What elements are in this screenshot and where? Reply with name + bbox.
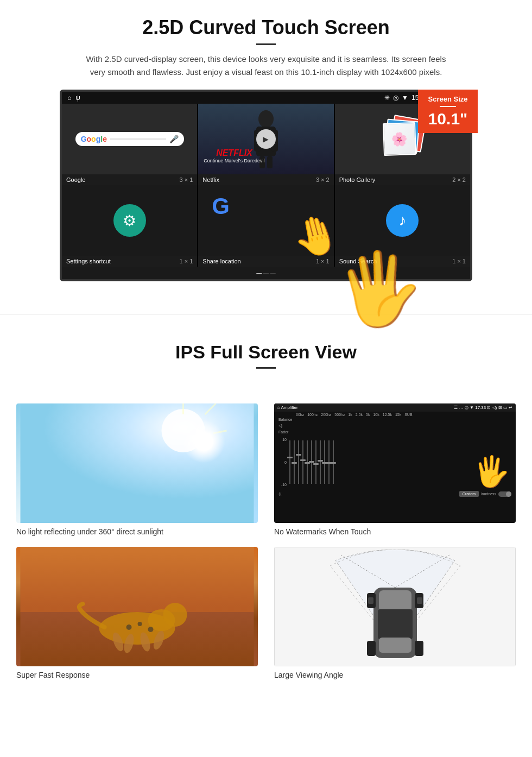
search-bar-line xyxy=(110,138,166,140)
netflix-app-name: Netflix xyxy=(202,176,219,183)
sound-grid-size: 1 × 1 xyxy=(452,258,466,264)
slider-3[interactable] xyxy=(298,440,299,484)
screen-size-badge: Screen Size 10.1" xyxy=(418,90,478,133)
home-icon[interactable]: ⌂ xyxy=(67,94,71,102)
netflix-overlay: NETFLIX Continue Marvel's Daredevil xyxy=(204,148,264,163)
slider-5[interactable] xyxy=(307,440,308,484)
photo-label-row: Photo Gallery 2 × 2 xyxy=(335,174,470,185)
share-grid-size: 1 × 1 xyxy=(316,258,330,264)
hand-pointing-icon: 🤚 xyxy=(287,209,334,256)
feature-sunlight: No light reflecting under 360° direct su… xyxy=(16,403,258,536)
amp-sliders-area: 100-10 xyxy=(274,435,516,489)
badge-label: Screen Size xyxy=(422,95,473,103)
amp-bottom-controls: ⟨⟨ Custom loudness xyxy=(274,489,516,499)
dot-inactive: — xyxy=(263,270,269,276)
curved-title: 2.5D Curved Touch Screen xyxy=(33,16,499,39)
amp-home-icon: ⌂ Amplifier xyxy=(277,405,298,410)
google-grid-size: 3 × 1 xyxy=(180,176,193,183)
device-wrapper: Screen Size 10.1" ⌂ ψ ✳ ◎ ▼ 15:06 ⊡ ◁) ⊠ xyxy=(60,90,472,281)
sound-search-cell[interactable]: ♪ Sound Search 1 × 1 xyxy=(335,185,470,267)
slider-11[interactable] xyxy=(333,440,334,484)
status-bar: ⌂ ψ ✳ ◎ ▼ 15:06 ⊡ ◁) ⊠ ▭ xyxy=(62,92,470,104)
amp-time: ☰ … ◎ ▼ 17:33 ⊡ ◁) ⊠ ▭ ↩ xyxy=(454,405,512,410)
share-label-row: Share location 1 × 1 xyxy=(198,256,333,267)
app-grid-bottom: ⚙ Settings shortcut 1 × 1 G 🤚 xyxy=(62,185,470,267)
google-app-name: Google xyxy=(66,176,85,183)
netflix-app-cell[interactable]: ▶ NETFLIX Continue Marvel's Daredevil Ne… xyxy=(198,104,333,185)
curved-touch-section: 2.5D Curved Touch Screen With 2.5D curve… xyxy=(0,0,532,292)
svg-rect-31 xyxy=(368,597,373,604)
dot-active: — xyxy=(256,270,262,276)
slider-10[interactable] xyxy=(328,440,330,484)
sunlight-visual xyxy=(16,403,258,523)
loudness-label: loudness xyxy=(481,492,496,496)
loudness-toggle[interactable] xyxy=(498,491,511,497)
photo-grid-size: 2 × 2 xyxy=(452,176,466,183)
cheetah-visual xyxy=(16,547,258,666)
settings-app-cell[interactable]: ⚙ Settings shortcut 1 × 1 xyxy=(62,185,197,267)
amplifier-screen: ⌂ Amplifier ☰ … ◎ ▼ 17:33 ⊡ ◁) ⊠ ▭ ↩ 60h… xyxy=(274,403,516,523)
freq-labels: 60hz100hz200hz500hz1k2.5k5k10k12.5k15kSU… xyxy=(274,412,516,417)
google-app-content: Google 🎤 xyxy=(62,104,197,174)
status-left: ⌂ ψ xyxy=(67,94,80,102)
app-grid-top: Google 🎤 Google 3 × 1 xyxy=(62,104,470,185)
settings-grid-size: 1 × 1 xyxy=(180,258,193,264)
sunlight-caption: No light reflecting under 360° direct su… xyxy=(16,527,258,536)
cheetah-svg xyxy=(16,547,258,666)
google-logo: Google xyxy=(81,135,107,143)
settings-app-name: Settings shortcut xyxy=(66,258,111,264)
sunlight-image xyxy=(16,403,258,523)
ips-title: IPS Full Screen View xyxy=(33,342,499,363)
device-screen: ⌂ ψ ✳ ◎ ▼ 15:06 ⊡ ◁) ⊠ ▭ xyxy=(60,90,472,281)
slider-4[interactable] xyxy=(302,440,303,484)
feature-watermarks: ⌂ Amplifier ☰ … ◎ ▼ 17:33 ⊡ ◁) ⊠ ▭ ↩ 60h… xyxy=(274,403,516,536)
amp-custom-loudness: Custom loudness xyxy=(459,491,511,497)
google-search-bar[interactable]: Google 🎤 xyxy=(75,132,184,146)
music-icon-circle: ♪ xyxy=(386,204,419,237)
share-location-content: G 🤚 xyxy=(198,185,333,256)
car-caption: Large Viewing Angle xyxy=(274,671,516,679)
slider-7[interactable] xyxy=(315,440,316,484)
amp-scale: 100-10 xyxy=(278,438,287,487)
cheetah-image xyxy=(16,547,258,666)
slider-8[interactable] xyxy=(320,440,321,484)
svg-point-15 xyxy=(163,603,187,627)
music-note-icon: ♪ xyxy=(398,212,406,229)
svg-point-0 xyxy=(258,110,274,128)
amp-back-icon[interactable]: ⟨⟨ xyxy=(278,492,282,496)
badge-size: 10.1" xyxy=(422,110,473,128)
photo-app-name: Photo Gallery xyxy=(339,176,376,183)
netflix-logo-text: NETFLIX xyxy=(204,148,264,158)
mic-icon[interactable]: 🎤 xyxy=(169,135,179,143)
hand-touch-icon: 🖐 xyxy=(473,454,510,489)
section-separator xyxy=(0,314,532,314)
custom-button[interactable]: Custom xyxy=(459,491,479,497)
sun-burst xyxy=(182,420,225,463)
svg-rect-32 xyxy=(417,597,422,604)
slider-2[interactable] xyxy=(294,440,295,484)
title-divider xyxy=(256,43,276,45)
car-topview-svg xyxy=(325,550,466,664)
settings-label-row: Settings shortcut 1 × 1 xyxy=(62,256,197,267)
amplifier-image: ⌂ Amplifier ☰ … ◎ ▼ 17:33 ⊡ ◁) ⊠ ▭ ↩ 60h… xyxy=(274,403,516,523)
slider-6[interactable] xyxy=(311,440,312,484)
bluetooth-icon: ✳ xyxy=(384,94,390,102)
netflix-label-row: Netflix 3 × 2 xyxy=(198,174,333,185)
google-maps-g: G xyxy=(212,193,230,219)
svg-rect-12 xyxy=(21,547,254,612)
play-button[interactable]: ▶ xyxy=(256,129,276,149)
google-app-cell[interactable]: Google 🎤 Google 3 × 1 xyxy=(62,104,197,185)
feature-grid: No light reflecting under 360° direct su… xyxy=(0,393,532,690)
sound-search-content: ♪ xyxy=(335,185,470,256)
gear-icon: ⚙ xyxy=(123,212,136,230)
dot-inactive-2: — xyxy=(270,270,276,276)
svg-rect-24 xyxy=(379,590,411,612)
slider-9[interactable] xyxy=(324,440,325,484)
car-image xyxy=(274,547,516,666)
usb-icon: ψ xyxy=(75,94,80,102)
amp-header: ⌂ Amplifier ☰ … ◎ ▼ 17:33 ⊡ ◁) ⊠ ▭ ↩ xyxy=(274,403,516,412)
share-location-cell[interactable]: G 🤚 Share location 1 × 1 xyxy=(198,185,333,267)
slider-1[interactable] xyxy=(289,440,290,484)
netflix-grid-size: 3 × 2 xyxy=(316,176,330,183)
photo-item-3: 🌸 xyxy=(383,122,416,156)
